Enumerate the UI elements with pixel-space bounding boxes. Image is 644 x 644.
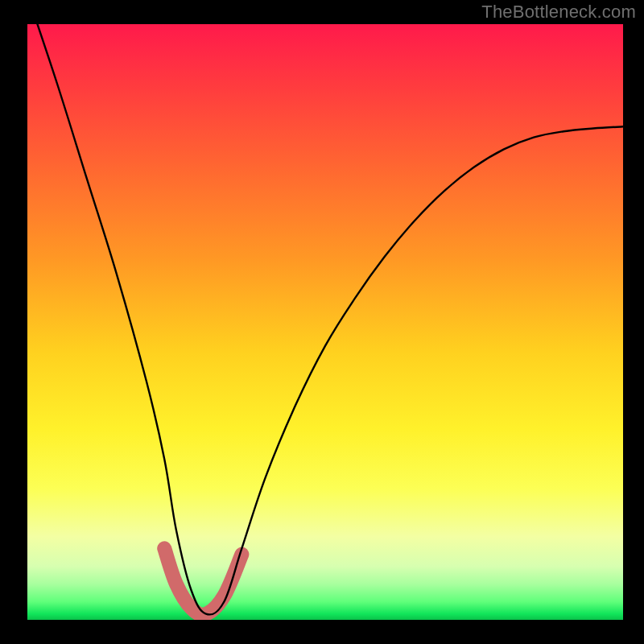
curve-layer <box>27 24 623 620</box>
optimal-zone-highlight <box>164 548 242 614</box>
bottleneck-curve <box>27 24 623 614</box>
plot-area <box>27 24 623 620</box>
chart-frame: TheBottleneck.com <box>0 0 644 644</box>
watermark-text: TheBottleneck.com <box>481 2 636 23</box>
